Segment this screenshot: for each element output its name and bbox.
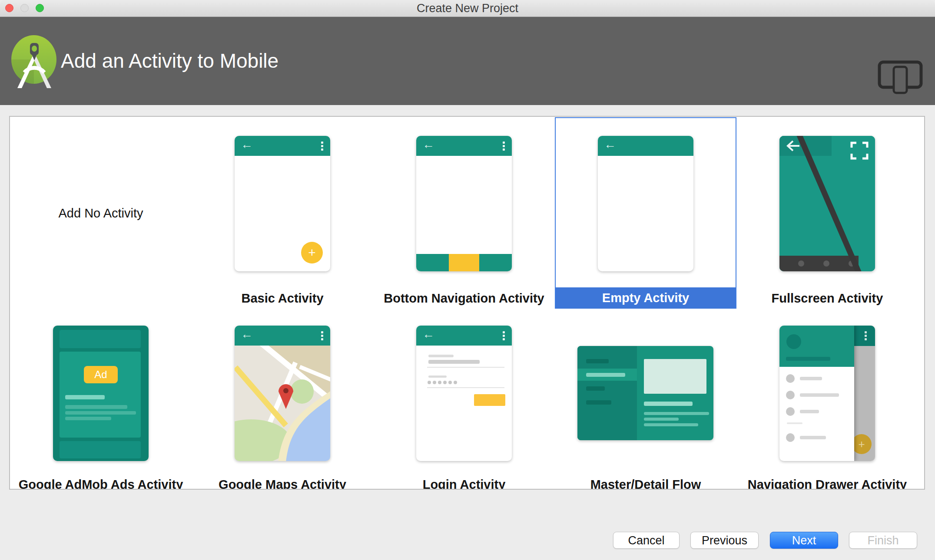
mobile-tablet-form-factor-icon [878, 60, 923, 95]
activity-label: Master/Detail Flow [555, 476, 736, 490]
basic-activity-thumbnail: ← + [235, 136, 330, 271]
activity-label: Basic Activity [192, 290, 373, 307]
activity-option-master-detail-flow[interactable]: Master/Detail Flow [555, 326, 736, 490]
empty-activity-thumbnail: ← [598, 136, 693, 271]
login-password-dots [428, 381, 431, 384]
activity-option-add-no-activity[interactable]: Add No Activity [10, 117, 192, 310]
nav-drawer-thumbnail: + [779, 326, 875, 461]
overflow-menu-icon [321, 142, 323, 144]
create-new-project-dialog: Create New Project Add an Activity to Mo… [0, 0, 935, 560]
fullscreen-activity-thumbnail [779, 136, 875, 271]
fab-plus-icon: + [301, 242, 323, 264]
overflow-menu-icon [503, 331, 505, 333]
master-detail-thumbnail [577, 346, 713, 440]
appbar: ← [416, 136, 512, 156]
login-thumbnail: ← [416, 326, 512, 461]
previous-button[interactable]: Previous [690, 532, 759, 549]
activity-label: Add No Activity [10, 204, 192, 222]
activity-gallery-panel: Add No Activity ← + Basic Activity ← [9, 116, 925, 490]
back-arrow-icon: ← [422, 138, 434, 152]
bottom-navigation-thumbnail: ← [416, 136, 512, 271]
maps-thumbnail: ← [235, 326, 330, 461]
back-arrow-icon: ← [604, 138, 616, 152]
dimmed-appbar [854, 326, 875, 346]
window-titlebar: Create New Project [0, 0, 935, 17]
drawer-header [779, 326, 854, 367]
admob-content-panel: Ad [60, 352, 141, 438]
activity-option-login-activity[interactable]: ← Login Activity [373, 326, 555, 490]
activity-label: Bottom Navigation Activity [373, 290, 555, 307]
activity-option-navigation-drawer-activity[interactable]: + Navigation Drawer Activity [736, 326, 918, 490]
activity-option-basic-activity[interactable]: ← + Basic Activity [192, 117, 373, 310]
bottom-nav-bar [416, 254, 512, 271]
appbar: ← [416, 326, 512, 346]
activity-label: Fullscreen Activity [736, 290, 918, 307]
admob-bottom-strip [60, 441, 141, 458]
drawer-panel [779, 326, 854, 461]
selected-activity-label: Empty Activity [556, 287, 736, 309]
activity-label: Login Activity [373, 476, 555, 490]
admob-thumbnail: Ad [53, 326, 149, 461]
activity-option-google-admob-ads-activity[interactable]: Ad Google AdMob Ads Activity [10, 326, 192, 490]
overflow-menu-icon [865, 331, 867, 333]
appbar: ← [235, 136, 330, 156]
login-button-placeholder [474, 394, 505, 406]
window-title: Create New Project [0, 0, 935, 16]
overflow-menu-icon [321, 331, 323, 333]
cancel-button[interactable]: Cancel [613, 532, 680, 549]
activity-label: Navigation Drawer Activity [736, 476, 918, 490]
activity-option-fullscreen-activity[interactable]: Fullscreen Activity [736, 117, 918, 310]
ad-badge: Ad [84, 366, 118, 383]
activity-label: Google AdMob Ads Activity [10, 476, 192, 490]
android-studio-logo-icon [11, 31, 59, 92]
avatar [786, 334, 801, 349]
activity-option-empty-activity[interactable]: ← Empty Activity [555, 117, 736, 309]
back-arrow-icon: ← [241, 327, 253, 341]
login-username-field [428, 360, 480, 364]
activity-label: Google Maps Activity [192, 476, 373, 490]
dimmed-fab-plus-icon: + [852, 434, 872, 454]
next-button[interactable]: Next [770, 532, 838, 549]
activity-option-google-maps-activity[interactable]: ← Google Maps Activity [192, 326, 373, 490]
overflow-menu-icon [503, 142, 505, 144]
master-selected-row [577, 369, 637, 381]
back-arrow-icon: ← [241, 138, 253, 152]
appbar: ← [598, 136, 693, 156]
admob-top-strip [60, 330, 141, 348]
detail-image-placeholder [644, 359, 706, 394]
master-list-pane [577, 346, 637, 440]
wizard-title: Add an Activity to Mobile [61, 17, 279, 105]
appbar: ← [235, 326, 330, 346]
activity-option-bottom-navigation-activity[interactable]: ← Bottom Navigation Activity [373, 117, 555, 310]
back-arrow-icon: ← [422, 327, 434, 341]
finish-button[interactable]: Finish [849, 532, 917, 549]
wizard-header: Add an Activity to Mobile [0, 17, 935, 105]
